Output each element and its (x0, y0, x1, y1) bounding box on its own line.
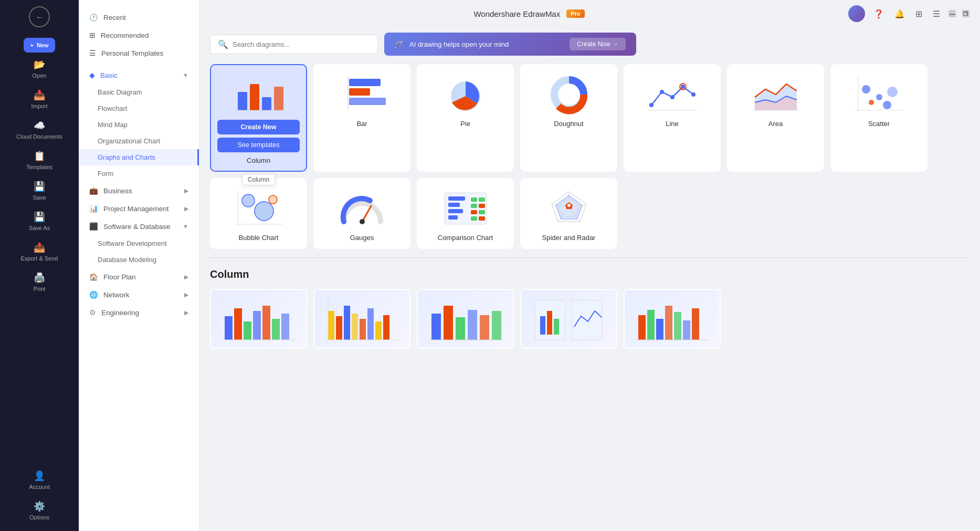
software-chevron: ▼ (183, 223, 188, 230)
template-card-5[interactable] (624, 289, 721, 349)
chart-card-area[interactable]: Area (727, 64, 824, 172)
svg-point-28 (242, 194, 255, 207)
svg-rect-60 (244, 321, 251, 340)
templates-nav[interactable]: 📋 Templates (0, 146, 79, 174)
engineering-chevron: ▶ (184, 309, 188, 316)
template-card-2[interactable] (313, 289, 410, 349)
svg-rect-91 (665, 306, 672, 340)
template-grid (210, 289, 970, 349)
options-nav[interactable]: ⚙️ Options (0, 496, 79, 525)
export-nav[interactable]: 📤 Export & Send (0, 237, 79, 266)
sidebar-item-org-chart[interactable]: Organizational Chart (79, 133, 199, 149)
template-card-3[interactable] (417, 289, 514, 349)
sidebar-item-flowchart[interactable]: Flowchart (79, 100, 199, 117)
recent-link[interactable]: 🕐 Recent (79, 8, 199, 26)
floorplan-section-header[interactable]: 🏠 Floor Plan ▶ (79, 268, 199, 286)
chart-card-column[interactable]: Create New See templates Column Column (210, 64, 307, 172)
create-new-button[interactable]: Create New (217, 120, 300, 134)
business-section-header[interactable]: 💼 Business ▶ (79, 182, 199, 200)
floorplan-chevron: ▶ (184, 274, 188, 280)
chart-grid: Create New See templates Column Column B… (210, 64, 970, 249)
svg-rect-47 (479, 216, 485, 221)
grid-button[interactable]: ⊞ (913, 7, 924, 21)
help-button[interactable]: ❓ (871, 7, 886, 21)
business-label: Business (103, 187, 132, 195)
new-button[interactable]: + New (24, 38, 55, 53)
svg-rect-80 (480, 315, 489, 340)
svg-rect-45 (479, 204, 485, 208)
scatter-label: Scatter (868, 120, 890, 128)
saveas-nav[interactable]: 💾 Save As (0, 207, 79, 235)
options-icon: ⚙️ (34, 501, 45, 512)
column-btn-group: Create New See templates (217, 120, 300, 152)
chart-card-bar[interactable]: Bar (313, 64, 410, 172)
personal-link[interactable]: ☰ Personal Templates (79, 44, 199, 62)
project-section-header[interactable]: 📊 Project Management ▶ (79, 200, 199, 217)
sidebar-item-form[interactable]: Form (79, 165, 199, 182)
svg-rect-64 (281, 314, 289, 340)
topbar-right: ❓ 🔔 ⊞ ☰ — ❐ (848, 5, 970, 22)
search-box[interactable]: 🔍 (210, 35, 378, 54)
back-button[interactable]: ← (29, 6, 50, 27)
mid-sidebar: 🕐 Recent ⊞ Recommended ☰ Personal Templa… (79, 0, 199, 531)
chart-card-bubble[interactable]: Bubble Chart (210, 178, 307, 249)
open-nav[interactable]: 📂 Open (0, 55, 79, 83)
project-chevron: ▶ (184, 205, 188, 212)
svg-point-22 (876, 94, 882, 100)
chart-card-line[interactable]: Line (624, 64, 721, 172)
svg-point-12 (660, 90, 664, 94)
search-input[interactable] (233, 40, 370, 48)
create-now-button[interactable]: Create Now → (570, 38, 626, 50)
svg-rect-77 (444, 306, 453, 340)
see-templates-button[interactable]: See templates (217, 138, 300, 152)
sidebar-item-mind-map[interactable]: Mind Map (79, 117, 199, 133)
sidebar-item-database[interactable]: Database Modeling (79, 252, 199, 268)
sidebar-item-basic-diagram[interactable]: Basic Diagram (79, 84, 199, 100)
recommended-link[interactable]: ⊞ Recommended (79, 26, 199, 44)
ai-banner[interactable]: 🪄 AI drawing helps open your mind Create… (384, 33, 636, 56)
svg-rect-81 (492, 311, 501, 340)
chart-card-pie[interactable]: Pie (417, 64, 514, 172)
chart-card-gauges[interactable]: Gauges (313, 178, 410, 249)
svg-rect-85 (540, 316, 545, 335)
minimize-button[interactable]: — (949, 10, 956, 17)
chart-card-comparison[interactable]: Comparison Chart (417, 178, 514, 249)
svg-rect-72 (375, 321, 382, 340)
template-card-1[interactable] (210, 289, 307, 349)
template-card-4[interactable] (520, 289, 617, 349)
engineering-section-header[interactable]: ⚙ Engineering ▶ (79, 304, 199, 321)
cloud-nav[interactable]: ☁️ Cloud Documents (0, 116, 79, 144)
bar-label: Bar (356, 120, 367, 128)
chart-card-scatter[interactable]: Scatter (830, 64, 928, 172)
basic-section-header[interactable]: ◆ Basic ▼ (79, 66, 199, 84)
svg-rect-93 (683, 320, 690, 340)
software-subitems: Software Development Database Modeling (79, 235, 199, 268)
save-nav[interactable]: 💾 Save (0, 176, 79, 205)
recommended-label: Recommended (101, 32, 149, 39)
svg-rect-89 (647, 310, 655, 340)
software-section-header[interactable]: ⬛ Software & Database ▼ (79, 217, 199, 235)
svg-rect-69 (352, 314, 358, 340)
notification-button[interactable]: 🔔 (892, 7, 907, 21)
maximize-button[interactable]: ❐ (962, 10, 970, 17)
chart-card-doughnut[interactable]: Doughnut (520, 64, 617, 172)
settings-button[interactable]: ☰ (931, 7, 942, 21)
print-nav[interactable]: 🖨️ Print (0, 268, 79, 296)
chart-card-spider[interactable]: Spider and Radar (520, 178, 617, 249)
svg-line-33 (362, 206, 371, 222)
export-label: Export & Send (21, 255, 58, 262)
business-chevron: ▶ (184, 188, 188, 194)
svg-point-14 (681, 85, 685, 89)
recommended-icon: ⊞ (89, 31, 96, 39)
column-label: Column (247, 157, 270, 164)
svg-rect-46 (479, 210, 485, 214)
import-nav[interactable]: 📥 Import (0, 85, 79, 113)
sidebar-item-software-dev[interactable]: Software Development (79, 235, 199, 252)
save-icon: 💾 (34, 181, 45, 192)
plus-icon: + (30, 42, 33, 48)
network-section-header[interactable]: 🌐 Network ▶ (79, 286, 199, 304)
account-nav[interactable]: 👤 Account (0, 466, 79, 494)
svg-rect-42 (471, 210, 477, 214)
recent-icon: 🕐 (89, 13, 98, 22)
sidebar-item-graphs-charts[interactable]: Graphs and Charts (79, 149, 199, 165)
